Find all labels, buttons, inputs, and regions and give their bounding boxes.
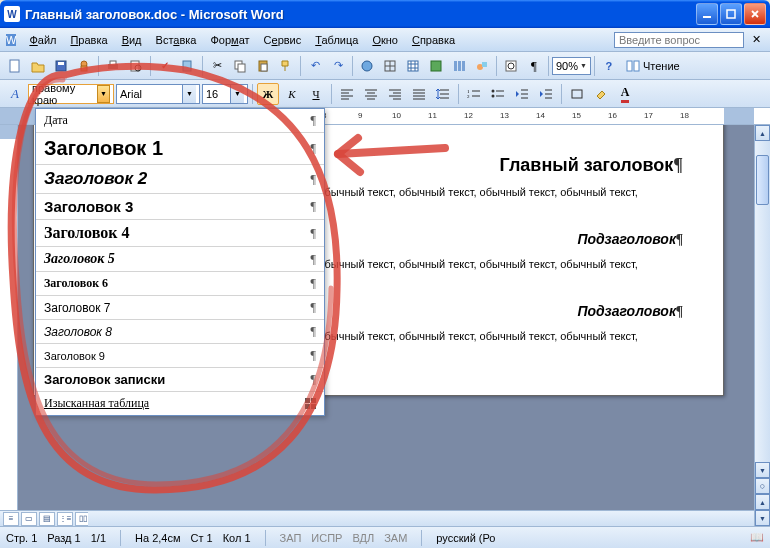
status-ovr[interactable]: ЗАМ	[384, 532, 407, 544]
svg-rect-20	[408, 61, 418, 71]
style-option-h7[interactable]: Заголовок 7¶	[36, 296, 324, 320]
doc-map-icon[interactable]	[500, 55, 522, 77]
normal-view-icon[interactable]: ≡	[3, 512, 19, 526]
style-option-h6[interactable]: Заголовок 6¶	[36, 272, 324, 296]
style-option-h4[interactable]: Заголовок 4¶	[36, 220, 324, 247]
svg-rect-15	[261, 64, 267, 71]
svg-rect-26	[454, 61, 457, 71]
minimize-button[interactable]	[696, 3, 718, 25]
prev-page-icon[interactable]: ▲	[755, 494, 770, 510]
style-combo[interactable]: правому краю ▼	[28, 84, 114, 104]
menu-view[interactable]: Вид	[115, 32, 149, 48]
menu-insert[interactable]: Вставка	[149, 32, 204, 48]
align-left-icon[interactable]	[336, 83, 358, 105]
style-option-h2[interactable]: Заголовок 2¶	[36, 165, 324, 194]
outline-view-icon[interactable]: ⋮≡	[57, 512, 73, 526]
svg-rect-4	[58, 62, 64, 65]
font-combo-dropdown-icon[interactable]: ▼	[182, 85, 196, 103]
menubar: W Файл Правка Вид Вставка Формат Сервис …	[0, 28, 770, 52]
vertical-ruler[interactable]	[0, 125, 18, 526]
align-justify-icon[interactable]	[408, 83, 430, 105]
style-option-h9[interactable]: Заголовок 9¶	[36, 344, 324, 368]
style-option-h3[interactable]: Заголовок 3¶	[36, 194, 324, 220]
style-option-h5[interactable]: Заголовок 5¶	[36, 247, 324, 272]
bold-button[interactable]: Ж	[257, 83, 279, 105]
menu-file[interactable]: Файл	[22, 32, 63, 48]
style-combo-dropdown-icon[interactable]: ▼	[97, 85, 110, 103]
horizontal-scrollbar[interactable]	[88, 510, 754, 526]
menu-table[interactable]: Таблица	[308, 32, 365, 48]
redo-icon[interactable]: ↷	[327, 55, 349, 77]
print-preview-icon[interactable]	[125, 55, 147, 77]
cut-icon[interactable]: ✂	[206, 55, 228, 77]
permission-icon[interactable]	[73, 55, 95, 77]
size-combo-dropdown-icon[interactable]: ▼	[230, 85, 244, 103]
increase-indent-icon[interactable]	[535, 83, 557, 105]
menu-window[interactable]: Окно	[365, 32, 405, 48]
close-button[interactable]	[744, 3, 766, 25]
zoom-combo[interactable]: 90%▼	[552, 57, 591, 75]
web-view-icon[interactable]: ▭	[21, 512, 37, 526]
insert-table-icon[interactable]	[402, 55, 424, 77]
svg-point-58	[492, 89, 495, 92]
status-section: Разд 1	[47, 532, 80, 544]
format-painter-icon[interactable]	[275, 55, 297, 77]
undo-icon[interactable]: ↶	[304, 55, 326, 77]
scroll-up-icon[interactable]: ▲	[755, 125, 770, 141]
new-doc-icon[interactable]	[4, 55, 26, 77]
columns-icon[interactable]	[448, 55, 470, 77]
style-option-h8[interactable]: Заголовок 8¶	[36, 320, 324, 344]
underline-button[interactable]: Ч	[305, 83, 327, 105]
help-icon[interactable]: ?	[598, 55, 620, 77]
drawing-icon[interactable]	[471, 55, 493, 77]
status-trk[interactable]: ИСПР	[311, 532, 342, 544]
align-right-icon[interactable]	[384, 83, 406, 105]
save-icon[interactable]	[50, 55, 72, 77]
style-option-table[interactable]: Изысканная таблица	[36, 392, 324, 415]
highlight-icon[interactable]	[590, 83, 612, 105]
help-search-input[interactable]: Введите вопрос	[614, 32, 744, 48]
decrease-indent-icon[interactable]	[511, 83, 533, 105]
open-icon[interactable]	[27, 55, 49, 77]
excel-icon[interactable]	[425, 55, 447, 77]
print-view-icon[interactable]: ▤	[39, 512, 55, 526]
menu-edit[interactable]: Правка	[63, 32, 114, 48]
status-language[interactable]: русский (Ро	[436, 532, 495, 544]
line-spacing-icon[interactable]	[432, 83, 454, 105]
menu-help[interactable]: Справка	[405, 32, 462, 48]
status-spellcheck-icon[interactable]: 📖	[750, 531, 764, 544]
status-ext[interactable]: ВДЛ	[352, 532, 374, 544]
menu-tools[interactable]: Сервис	[257, 32, 309, 48]
spellcheck-icon[interactable]: ✓	[154, 55, 176, 77]
scroll-thumb[interactable]	[756, 155, 769, 205]
italic-button[interactable]: К	[281, 83, 303, 105]
numbering-icon[interactable]: 12	[463, 83, 485, 105]
borders-icon[interactable]	[566, 83, 588, 105]
show-formatting-icon[interactable]: ¶	[523, 55, 545, 77]
maximize-button[interactable]	[720, 3, 742, 25]
bullets-icon[interactable]	[487, 83, 509, 105]
font-color-icon[interactable]: A	[614, 83, 636, 105]
print-icon[interactable]	[102, 55, 124, 77]
tables-borders-icon[interactable]	[379, 55, 401, 77]
reading-layout-button[interactable]: Чтение	[621, 55, 685, 77]
style-option-date[interactable]: Дата¶	[36, 109, 324, 133]
next-page-icon[interactable]: ▼	[755, 510, 770, 526]
vertical-scrollbar[interactable]: ▲ ▼ ○ ▲ ▼	[754, 125, 770, 526]
menu-format[interactable]: Формат	[203, 32, 256, 48]
copy-icon[interactable]	[229, 55, 251, 77]
svg-rect-6	[81, 66, 87, 71]
font-size-combo[interactable]: 16 ▼	[202, 84, 248, 104]
browse-object-icon[interactable]: ○	[755, 478, 770, 494]
style-option-h1[interactable]: Заголовок 1¶	[36, 133, 324, 165]
scroll-down-icon[interactable]: ▼	[755, 462, 770, 478]
font-combo[interactable]: Arial ▼	[116, 84, 200, 104]
menu-close-icon[interactable]: ✕	[748, 32, 764, 48]
status-rec[interactable]: ЗАП	[280, 532, 302, 544]
styles-pane-icon[interactable]: A	[4, 83, 26, 105]
research-icon[interactable]	[177, 55, 199, 77]
style-option-note[interactable]: Заголовок записки¶	[36, 368, 324, 392]
align-center-icon[interactable]	[360, 83, 382, 105]
paste-icon[interactable]	[252, 55, 274, 77]
hyperlink-icon[interactable]	[356, 55, 378, 77]
